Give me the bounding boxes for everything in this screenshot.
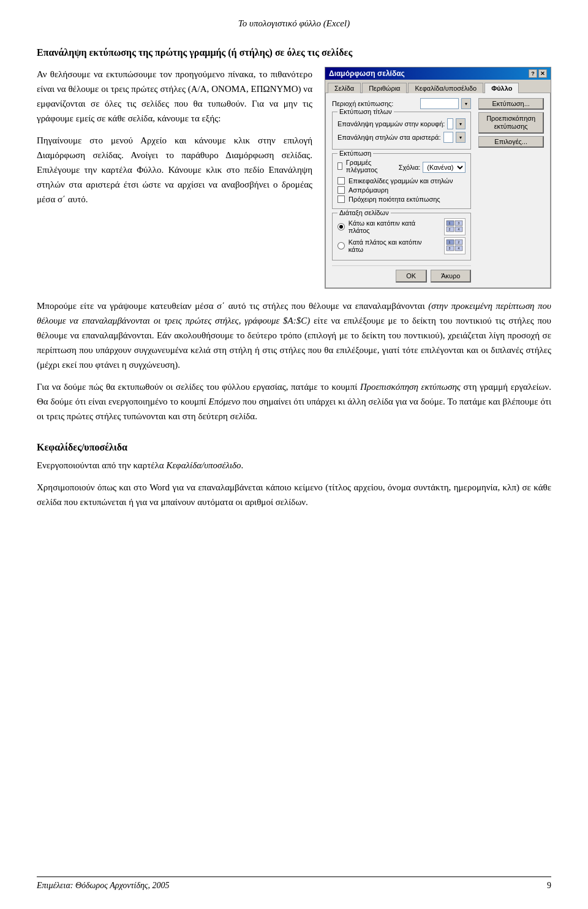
svg-text:2: 2 <box>449 227 451 231</box>
gridlines-checkbox-row: Γραμμές πλέγματος <box>337 159 380 173</box>
print-titles-group-label: Εκτύπωση τίτλων <box>337 108 394 115</box>
tab-perithoria[interactable]: Περιθώρια <box>362 83 407 93</box>
section2-para2: Χρησιμοποιούν όπως και στο Word για να ε… <box>37 480 551 509</box>
draft-row: Πρόχειρη ποιότητα εκτύπωσης <box>337 196 466 203</box>
para1c: Μπορούμε είτε να γράψουμε κατευθείαν μέσ… <box>37 299 551 372</box>
page-footer: Επιμέλεια: Θόδωρος Αρχοντίδης, 2005 9 <box>37 877 551 891</box>
page-order-label: Διάταξη σελίδων <box>337 209 391 216</box>
page-header: Το υπολογιστικό φύλλο (Excel) <box>37 18 551 29</box>
dialog-bottom-buttons: ΟΚ Άκυρο <box>332 265 471 283</box>
svg-text:1: 1 <box>449 240 451 244</box>
over-then-down-radio[interactable] <box>337 242 345 249</box>
section2-title: Κεφαλίδες/υποσέλιδα <box>37 442 551 453</box>
dialog-body: Περιοχή εκτύπωσης: ▾ Εκτύπωση τίτλων Επα… <box>325 93 551 288</box>
dialog-titlebar-buttons: ? ✕ <box>529 69 547 78</box>
repeat-rows-input[interactable] <box>447 118 453 129</box>
layout-icon-over: 1 2 3 4 <box>444 237 466 254</box>
svg-text:2: 2 <box>458 240 460 244</box>
main-content-block: Αν θελήσουμε να εκτυπώσουμε τον προηγούμ… <box>37 67 551 289</box>
footer-page: 9 <box>547 881 551 891</box>
row-col-headers-row: Επικεφαλίδες γραμμών και στηλών <box>337 177 466 184</box>
header-text: Το υπολογιστικό φύλλο (Excel) <box>238 18 350 28</box>
dialog-close-btn[interactable]: ✕ <box>538 69 547 78</box>
dialog-window: Διαμόρφωση σελίδας ? ✕ Σελίδα Περιθώρια … <box>325 67 551 289</box>
gridlines-label: Γραμμές πλέγματος <box>346 159 380 173</box>
svg-text:4: 4 <box>458 227 460 231</box>
bw-checkbox[interactable] <box>337 186 345 194</box>
print-titles-group: Εκτύπωση τίτλων Επανάληψη γραμμών στην κ… <box>332 112 471 150</box>
svg-text:1: 1 <box>449 221 451 225</box>
repeat-cols-input[interactable] <box>443 132 454 143</box>
dialog-main-content: Περιοχή εκτύπωσης: ▾ Εκτύπωση τίτλων Επα… <box>332 98 471 283</box>
bw-label: Ασπρόμαυρη <box>349 186 388 194</box>
svg-text:3: 3 <box>458 221 460 225</box>
section2-para1: Ενεργοποιούνται από την καρτέλα Κεφαλίδα… <box>37 458 551 473</box>
section1-para2: Για να δούμε πώς θα εκτυπωθούν οι σελίδε… <box>37 379 551 424</box>
dialog-title-text: Διαμόρφωση σελίδας <box>329 69 405 78</box>
cancel-button[interactable]: Άκυρο <box>431 270 471 283</box>
print-area-input[interactable] <box>420 98 459 109</box>
tab-kefalida[interactable]: Κεφαλίδα/υποσέλιδο <box>408 83 483 93</box>
tab-selida[interactable]: Σελίδα <box>328 83 361 93</box>
dialog-titlebar: Διαμόρφωση σελίδας ? ✕ <box>325 67 551 80</box>
gridlines-checkbox[interactable] <box>337 162 342 170</box>
dialog-help-btn[interactable]: ? <box>529 69 537 78</box>
para1: Αν θελήσουμε να εκτυπώσουμε τον προηγούμ… <box>37 67 312 126</box>
repeat-rows-label: Επανάληψη γραμμών στην κορυφή: <box>337 120 445 127</box>
comments-select[interactable]: (Κανένα) <box>423 162 466 173</box>
page-order-group: Διάταξη σελίδων Κάτω και κατόπιν κατά πλ… <box>332 213 471 261</box>
row-col-headers-label: Επικεφαλίδες γραμμών και στηλών <box>349 177 453 184</box>
svg-text:3: 3 <box>449 246 451 250</box>
print-button[interactable]: Εκτύπωση... <box>478 98 544 110</box>
repeat-rows-row: Επανάληψη γραμμών στην κορυφή: ▾ <box>337 118 466 129</box>
left-text: Αν θελήσουμε να εκτυπώσουμε τον προηγούμ… <box>37 67 312 214</box>
over-then-down-row: Κατά πλάτος και κατόπιν κάτω 1 2 3 <box>337 237 466 254</box>
ok-button[interactable]: ΟΚ <box>396 270 427 283</box>
preview-button[interactable]: Προεπισκόπηση εκτύπωσης <box>478 112 544 134</box>
repeat-cols-expand-btn[interactable]: ▾ <box>456 132 466 143</box>
repeat-rows-expand-btn[interactable]: ▾ <box>456 118 466 129</box>
section1-title: Επανάληψη εκτύπωσης της πρώτης γραμμής (… <box>37 47 551 58</box>
row-col-headers-checkbox[interactable] <box>337 177 345 184</box>
over-then-down-label: Κατά πλάτος και κατόπιν κάτω <box>349 238 436 253</box>
footer-left: Επιμέλεια: Θόδωρος Αρχοντίδης, 2005 <box>37 881 170 891</box>
dialog-top-section: Περιοχή εκτύπωσης: ▾ Εκτύπωση τίτλων Επα… <box>332 98 544 283</box>
word-reference: Word <box>149 482 170 492</box>
layout-icon-down: 1 3 2 4 <box>444 218 466 235</box>
options-button[interactable]: Επιλογές... <box>478 136 544 148</box>
repeat-cols-label: Επανάληψη στηλών στα αριστερά: <box>337 134 441 141</box>
tab-fyllo[interactable]: Φύλλο <box>484 83 519 93</box>
down-then-over-row: Κάτω και κατόπιν κατά πλάτος 1 3 <box>337 218 466 235</box>
print-area-expand-btn[interactable]: ▾ <box>461 98 471 109</box>
down-then-over-radio[interactable] <box>337 223 345 230</box>
comments-label: Σχόλια: <box>399 164 421 171</box>
print-options-group: Εκτύπωση Γραμμές πλέγματος Σχόλια: <box>332 153 471 209</box>
draft-checkbox[interactable] <box>337 196 345 203</box>
print-area-label: Περιοχή εκτύπωσης: <box>332 100 418 107</box>
dialog-tabs: Σελίδα Περιθώρια Κεφαλίδα/υποσέλιδο Φύλλ… <box>325 80 551 93</box>
repeat-cols-row: Επανάληψη στηλών στα αριστερά: ▾ <box>337 132 466 143</box>
para1b: Πηγαίνουμε στο μενού Αρχείο και κάνουμε … <box>37 133 312 207</box>
svg-text:4: 4 <box>458 246 460 250</box>
draft-label: Πρόχειρη ποιότητα εκτύπωσης <box>349 196 440 203</box>
print-options-label: Εκτύπωση <box>337 150 373 157</box>
bw-row: Ασπρόμαυρη <box>337 186 466 194</box>
dialog-right-buttons: Εκτύπωση... Προεπισκόπηση εκτύπωσης Επιλ… <box>478 98 544 283</box>
down-then-over-label: Κάτω και κατόπιν κατά πλάτος <box>349 219 436 234</box>
